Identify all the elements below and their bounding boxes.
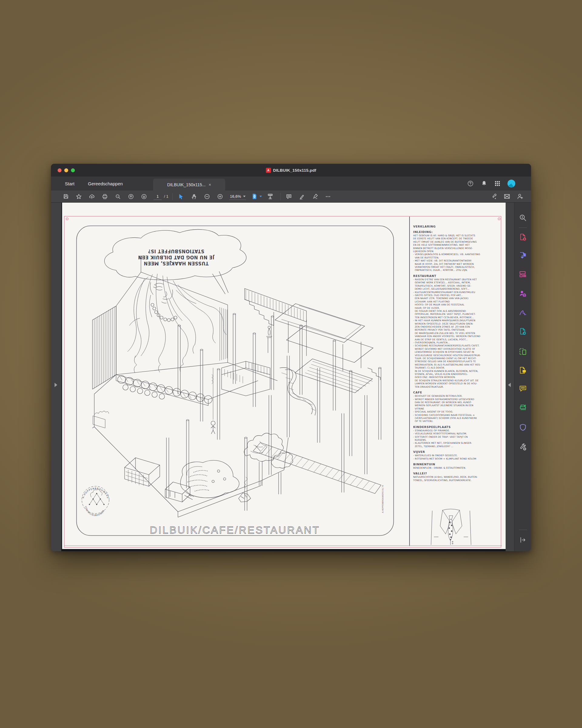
pdf-page[interactable]: TUSSEN HAAKJES, MEEN JE NU NOG DAT DILBU…	[61, 203, 506, 551]
notes-heading: RESTAURANT	[413, 274, 499, 278]
send-for-comments-icon[interactable]	[519, 366, 527, 374]
highlight-pen-icon[interactable]	[298, 192, 306, 201]
notes-line: IN DE SCHIJVEN KUNNEN BLAREN, BLOEMEN, N…	[413, 370, 499, 373]
fill-and-sign-icon[interactable]	[519, 309, 527, 317]
notes-line: TEN INGESTREKEN MET CETA-BEVER, ROTONDE.…	[413, 316, 499, 319]
pdf-file-icon: A	[266, 168, 271, 173]
notes-line: KUSSENS.	[413, 439, 499, 442]
notes-line: HELFT OMVAT DE AANLEG VAN DE BUITENOMGEV…	[413, 240, 499, 243]
select-cursor-icon[interactable]	[177, 192, 185, 201]
help-icon[interactable]	[467, 180, 474, 187]
notes-line: AAN DE STRIP DE GENTILS, LACHEN, POOT...	[413, 338, 499, 341]
protect-icon[interactable]	[519, 423, 527, 432]
expand-panel-icon[interactable]	[519, 536, 527, 544]
email-icon[interactable]	[503, 192, 511, 201]
sign-pen-icon[interactable]	[311, 192, 319, 201]
notes-line: STENEN, AFVAL, VEILIG KLEIN KINDERSPEEL-	[413, 373, 499, 376]
more-tools-icon[interactable]	[324, 192, 332, 201]
notes-line: - KULTUURCENTRUMRESTAURANT EEN KUNSTMILI…	[413, 291, 499, 294]
link-share-icon[interactable]	[490, 192, 498, 201]
marquee-zoom-icon[interactable]	[519, 213, 527, 222]
stamp-bottom-text: LEEFMILIEUBOUWER	[85, 506, 105, 517]
print-icon[interactable]	[101, 192, 109, 201]
notes-line: BEPERKTE PRIVACY PER TAFEL ONTSTAAN.	[413, 329, 499, 332]
menu-gereedschappen[interactable]: Gereedschappen	[88, 177, 123, 190]
notifications-bell-icon[interactable]	[481, 180, 488, 187]
bubble-line: JE NU NOG DAT DILBUIK EEN	[138, 255, 214, 260]
comment-icon[interactable]	[285, 192, 293, 201]
document-area: TUSSEN HAAKJES, MEEN JE NU NOG DAT DILBU…	[51, 203, 531, 551]
bubble-line: STATIONSBUFFET IS?	[148, 249, 204, 254]
traffic-lights	[58, 168, 75, 172]
create-pdf-icon[interactable]	[519, 233, 527, 241]
menu-row: Start Gereedschappen DILBUIK_150x115... …	[51, 177, 531, 190]
tools-sidebar	[514, 203, 531, 551]
hand-tool-icon[interactable]	[190, 192, 198, 201]
main-toolbar: 1 / 1 16,6%	[51, 190, 531, 203]
notes-line: - WORDT MINDER GEFRAGMENTEERD UITGEVOERD	[413, 398, 499, 401]
handwritten-notes-panel: VERKLARINGINLEIDING:HET GEBOUW IS AF: HA…	[413, 223, 499, 482]
notes-line: NAAR IK HOOP, ZAL DIT ONTWERP NIET WORDE…	[413, 263, 499, 266]
page-number-input[interactable]: 1	[154, 193, 162, 200]
notes-heading: INLEIDING:	[413, 230, 499, 234]
notes-line: TEN DRAADSTRUKTUUR.	[413, 386, 499, 389]
share-cloud-icon[interactable]	[88, 192, 96, 201]
notes-line: OPPERVLAK. MATERIALEN: VAST TAPIJT, PLAN…	[413, 313, 499, 316]
left-pane-expand-icon[interactable]	[54, 382, 58, 389]
tab-close-icon[interactable]: ×	[209, 182, 211, 187]
notes-line: BINNEN BETREFT BLIJVEN VERSCHILLENDE MOG…	[413, 247, 499, 250]
star-icon[interactable]	[75, 192, 83, 201]
export-pdf-icon[interactable]	[519, 251, 527, 260]
notes-line: WORDT GEVORMD MET DOORZICHTIGE PLATTE OF	[413, 347, 499, 350]
close-window-button[interactable]	[58, 168, 61, 172]
notes-line: WORDEN OPGESTELD. DEZE SKULPTUREN GREN-	[413, 322, 499, 326]
menu-start[interactable]: Start	[65, 177, 75, 190]
save-icon[interactable]	[62, 192, 70, 201]
add-user-icon[interactable]	[516, 192, 524, 201]
notes-line: DE SCHIJVEN STRALEN WIEGEND KLEURLICHT U…	[413, 379, 499, 382]
zoom-level-dropdown[interactable]: 16,6%	[229, 193, 246, 200]
add-tools-icon[interactable]	[519, 443, 527, 451]
notes-line: TUUR. DE SCHIJVENWAND DIENT A) OM HET RE…	[413, 357, 499, 360]
page-up-icon[interactable]	[127, 192, 135, 201]
chevron-down-icon	[243, 196, 246, 197]
zoom-in-icon[interactable]	[216, 192, 224, 201]
comments-icon[interactable]	[519, 384, 527, 393]
notes-line: - VERGELIJKINGLOOS & KOMMERCIEEL: VB. AA…	[413, 253, 499, 256]
page-down-icon[interactable]	[140, 192, 148, 201]
notes-line: HET GEBOUW IS AF: HARD & GRIJS; HET IS S…	[413, 234, 499, 237]
stamp-top-text: A.HOPPENBROUWERS	[82, 487, 109, 499]
notes-heading: VALLEI?	[413, 472, 499, 475]
notes-line: LENSVORMIGE SCHIJVEN IN EPOXYHARS GEVAT …	[413, 350, 499, 354]
tab-label: DILBUIK_150x115...	[167, 182, 206, 187]
zoom-out-icon[interactable]	[203, 192, 211, 201]
right-pane-collapse-icon[interactable]	[507, 382, 512, 389]
notes-line: EEN NAAKT (CFR. TEKENING VAN VAN-JACKX)	[413, 297, 499, 300]
notes-line: DE MAKROJUWELEN ZULLEN WEL TE VEEL KOSTE…	[413, 332, 499, 335]
notes-line: LAMPEN WORDEN VERDEKT OPGESTELD IN DE HO…	[413, 382, 499, 385]
account-avatar[interactable]	[507, 180, 515, 187]
organize-pages-icon[interactable]	[519, 270, 527, 279]
zoom-window-button[interactable]	[71, 168, 75, 172]
scroll-mode-icon[interactable]	[266, 192, 274, 201]
notes-line: DE EERSTE HELFT VAN EEN KONCEPT. DE TWEE…	[413, 237, 499, 240]
notes-line: BENEDENPLEIN : DRANK- & EETAUTOMATEN.	[413, 467, 499, 470]
isometric-cafe-drawing: TUSSEN HAAKJES, MEEN JE NU NOG DAT DILBU…	[76, 225, 394, 536]
notes-line: - WATERLELIES IN ONDIEP GEDEELTE.	[413, 454, 499, 457]
scan-bottom-edge	[61, 549, 506, 551]
apps-grid-icon[interactable]	[494, 181, 500, 186]
svg-text:LEEFMILIEUBOUWER: LEEFMILIEUBOUWER	[85, 506, 105, 517]
page-fit-icon[interactable]	[250, 192, 258, 201]
find-icon[interactable]	[114, 192, 122, 201]
chevron-down-icon[interactable]	[259, 196, 262, 197]
panel-divider-line	[409, 216, 410, 546]
tab-document[interactable]: DILBUIK_150x115... ×	[153, 179, 225, 190]
notes-line: TERAPEUTISCH, KOMFORT, SFEER: VREEMD GE-	[413, 285, 499, 288]
edit-pdf-icon[interactable]	[519, 347, 527, 356]
notes-line: - RAISON D'ETRE VAN EEN RESTAURANT (BUIT…	[413, 278, 499, 281]
minimize-window-button[interactable]	[64, 168, 68, 172]
request-esignatures-icon[interactable]	[519, 289, 527, 298]
convert-pdf-icon[interactable]	[519, 327, 527, 336]
scan-and-ocr-icon[interactable]	[519, 404, 527, 412]
notes-line: - SCHEIDING CAFE/DOORGANG NAAR FEESTZAAL…	[413, 414, 499, 417]
